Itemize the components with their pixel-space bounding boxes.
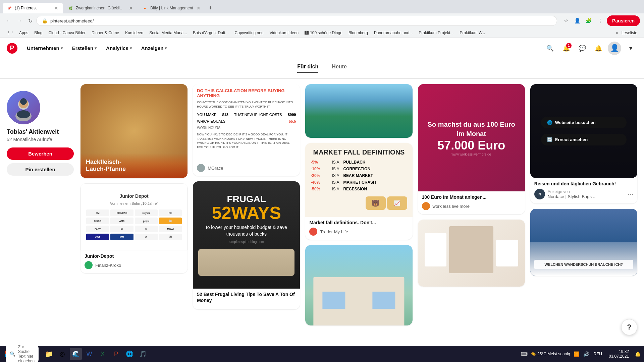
pin-info-calc: MGrace [193, 161, 300, 176]
edge-button[interactable]: 🌊 [70, 348, 82, 360]
excel-button[interactable]: X [97, 348, 109, 360]
pinterest-logo[interactable]: P [7, 43, 17, 54]
powerpoint-button[interactable]: P [110, 348, 122, 360]
task-view-button[interactable]: ⊞ [30, 348, 42, 360]
view-again-button[interactable]: 🔄 Erneut ansehen [541, 134, 627, 145]
new-tab-button[interactable]: + [206, 3, 215, 13]
cortana-button[interactable]: ◎ [56, 348, 68, 360]
bookmark-bois[interactable]: Bois d'Argent Duft... [190, 29, 231, 36]
pause-button[interactable]: Pausieren [607, 15, 640, 26]
file-explorer-button[interactable]: 📁 [43, 348, 55, 360]
tab-close-bitly[interactable]: ✕ [196, 5, 201, 11]
address-bar[interactable]: 🔒 pinterest.at/homefeed/ [36, 16, 557, 26]
bookmark-label-video: Videokurs Ideen [270, 31, 299, 35]
calc-row-1: YOU MAKE$18 THAT NEW IPHONE COSTS$999 [197, 111, 296, 118]
bookmark-label-copy: Copywriting neu [235, 31, 264, 35]
list-item[interactable]: FRUGAL 52WAYS to lower your household bu… [193, 181, 300, 309]
spotify-button[interactable]: 🎵 [137, 348, 149, 360]
bookmark-social[interactable]: Social Media Mana... [147, 29, 190, 36]
house-body [313, 277, 404, 325]
notification-center-icon[interactable]: 🔔 [634, 351, 641, 357]
bookmark-apps[interactable]: ⋮⋮⋮ Apps [4, 29, 31, 36]
bookmark-label-praktikum1: Praktikum Projekt... [419, 31, 453, 35]
profile-stats: 52 Monatliche Aufrufe [7, 137, 52, 142]
extensions-button[interactable]: 🧩 [584, 16, 593, 25]
notifications-button[interactable]: 🔔 1 [559, 42, 573, 55]
tab-bitly[interactable]: ● Bitly | Link Management ✕ [138, 3, 205, 13]
list-item[interactable]: DO THIS CALCULATION BEFORE BUYING ANYTHI… [193, 84, 300, 176]
apply-button[interactable]: Bewerben [7, 147, 74, 160]
list-item[interactable]: So machst du aus 100 Euro im Monat 57.00… [418, 84, 525, 214]
chrome-button[interactable]: 🌐 [123, 348, 136, 360]
profile-avatar[interactable] [7, 91, 40, 124]
search-button[interactable]: 🔍 [543, 42, 557, 55]
tab-close-zwerg[interactable]: ✕ [128, 5, 133, 11]
nav-item-analytics[interactable]: Analytics ▾ [102, 43, 136, 54]
browser-chrome: 📌 (1) Pinterest ✕ 🌿 Zwergkaninchen: Glüc… [0, 0, 644, 38]
alerts-button[interactable]: 🔔 [592, 42, 605, 55]
junior-depot-title: Junior Depot [119, 193, 148, 199]
author-name-trader: Trader My Life [320, 229, 348, 234]
nav-item-erstellen[interactable]: Erstellen ▾ [68, 43, 101, 54]
calc-sub: CONVERT THE COST OF AN ITEM YOU WANT TO … [197, 100, 296, 109]
bookmark-leseliste[interactable]: Leseliste [619, 29, 640, 36]
bookmark-blog[interactable]: Blog [32, 29, 45, 36]
profile-avatar-button[interactable]: 👤 [608, 42, 621, 55]
logo-shell: 🐚 [159, 218, 182, 224]
bookmark-icon-100: 🅱 [305, 31, 309, 35]
bookmark-cload[interactable]: Cload - Canva Bilder [46, 29, 88, 36]
more-bookmarks-button[interactable]: » [616, 31, 618, 35]
tab-heute[interactable]: Heute [332, 64, 346, 73]
back-button[interactable]: ← [4, 16, 13, 25]
bookmark-kursideen[interactable]: Kursideen [122, 29, 146, 36]
bookmark-video[interactable]: Videokurs Ideen [267, 29, 302, 36]
forward-button[interactable]: → [15, 16, 24, 25]
bookmark-button[interactable]: ☆ [561, 16, 571, 25]
calc-title: DO THIS CALCULATION BEFORE BUYING ANYTHI… [197, 88, 296, 98]
messages-button[interactable]: 💬 [576, 42, 589, 55]
bear-icon-area: 🐻 📈 [311, 196, 407, 210]
bookmark-100dinge[interactable]: 🅱 100 schöne Dinge [302, 29, 345, 36]
bookmark-copy[interactable]: Copywriting neu [232, 29, 266, 36]
list-item[interactable]: Junior Depot Von meinem Sohn „10 Jahre" … [80, 183, 187, 273]
header-right: 🔍 🔔 1 💬 🔔 👤 ▾ [543, 42, 637, 55]
list-item[interactable]: 🌐 Webseite besuchen 🔄 Erneut ansehen Rei… [530, 84, 637, 203]
search-taskbar-button[interactable]: 🔍 Zur Suche Text hier eingeben [16, 348, 28, 360]
create-pin-button[interactable]: Pin erstellen [7, 163, 74, 176]
author-avatar-mgrace [197, 164, 205, 172]
bookmark-praktikum1[interactable]: Praktikum Projekt... [416, 29, 456, 36]
list-item[interactable] [305, 84, 412, 138]
address-text: pinterest.at/homefeed/ [50, 18, 551, 23]
profile-button[interactable]: 👤 [573, 16, 582, 25]
bookmark-dinner[interactable]: Dinner & Crime [89, 29, 122, 36]
list-item[interactable]: WELCHEN WANDERSCHUH BRAUCHE ICH? [530, 209, 637, 276]
visit-website-button[interactable]: 🌐 Webseite besuchen [541, 117, 627, 128]
frugal-ways: 52WAYS [212, 204, 281, 222]
pasta-overlay-title: Hackfleisch-Lauch-Pfanne [86, 159, 182, 173]
list-item[interactable] [418, 220, 525, 287]
window-left [322, 292, 345, 308]
list-item[interactable]: MARKET FALL DEFINITIONS -5%IS APULLBACK … [305, 143, 412, 240]
list-item[interactable]: Hackfleisch-Lauch-Pfanne [80, 84, 187, 178]
tab-pinterest[interactable]: 📌 (1) Pinterest ✕ [3, 3, 63, 13]
bookmark-bloomberg[interactable]: Bloomberg [346, 29, 371, 36]
word-button[interactable]: W [83, 348, 95, 360]
tab-fuer-dich[interactable]: Für dich [297, 64, 318, 73]
settings-button[interactable]: ⋮ [595, 16, 605, 25]
bookmark-label-cload: Cload - Canva Bilder [48, 31, 86, 35]
tab-close-pinterest[interactable]: ✕ [54, 5, 59, 11]
bookmark-panorama[interactable]: Panoramabahn und... [371, 29, 415, 36]
bookmark-praktikum2[interactable]: Praktikum WU [457, 29, 488, 36]
junior-depot-sub: Von meinem Sohn „10 Jahre" [110, 201, 158, 205]
tab-zwerg[interactable]: 🌿 Zwergkaninchen: Glücklich durch... ✕ [64, 3, 138, 13]
more-options-button[interactable]: ⋯ [627, 190, 633, 198]
help-button[interactable]: ? [621, 319, 637, 335]
nav-item-unternehmen[interactable]: Unternehmen ▾ [23, 43, 67, 54]
logo-visa: VISA [86, 234, 109, 240]
reload-button[interactable]: ↻ [25, 16, 35, 25]
euro-amount: 57.000 Euro [437, 138, 505, 153]
nav-item-anzeigen[interactable]: Anzeigen ▾ [137, 43, 171, 54]
more-button[interactable]: ▾ [624, 42, 637, 55]
author-avatar-trader [309, 228, 317, 236]
list-item[interactable] [305, 245, 412, 325]
